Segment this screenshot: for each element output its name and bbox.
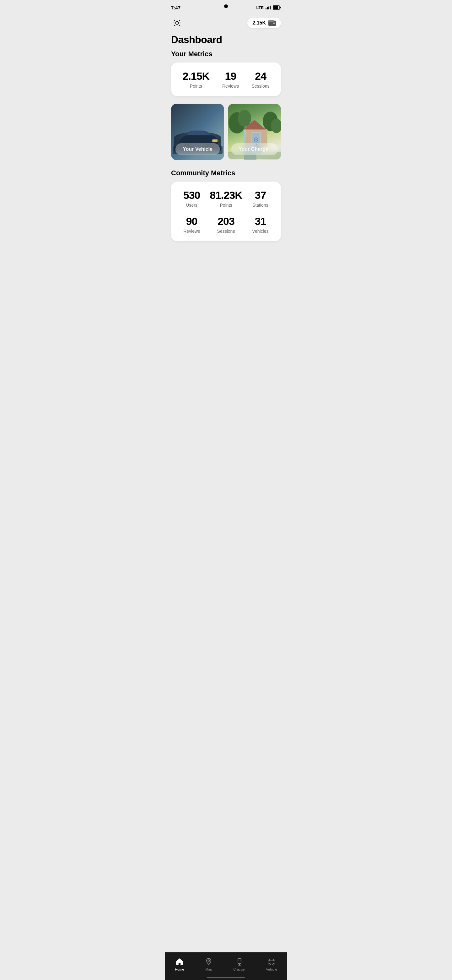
vehicle-nav-icon (267, 958, 276, 966)
status-icons: LTE (256, 5, 281, 10)
nav-map-label: Map (205, 967, 212, 971)
nav-map[interactable]: Map (199, 956, 218, 972)
battery-icon (273, 5, 281, 10)
wallet-icon (268, 20, 276, 26)
sessions-metric: 24 Sessions (252, 70, 270, 89)
community-points-label: Points (220, 203, 232, 208)
community-grid: 530 Users 81.23K Points 37 Stations 90 R… (176, 189, 276, 234)
svg-rect-16 (212, 140, 217, 142)
community-reviews-value: 90 (186, 215, 197, 228)
nav-charger-label: Charger (233, 967, 246, 971)
community-points: 81.23K Points (210, 189, 242, 208)
app-header: 2.15K (165, 14, 287, 34)
map-icon (205, 958, 213, 966)
community-sessions: 203 Sessions (210, 215, 242, 234)
svg-point-7 (176, 22, 179, 24)
vehicle-card-label: Your Vehicle (183, 146, 213, 152)
community-stations-label: Stations (252, 203, 268, 208)
svg-point-27 (255, 139, 257, 140)
signal-icon (266, 6, 271, 10)
community-metrics-title: Community Metrics (171, 169, 281, 177)
svg-rect-3 (270, 6, 271, 10)
svg-rect-6 (273, 6, 278, 9)
sessions-label: Sessions (252, 84, 270, 89)
your-metrics-section: Your Metrics 2.15K Points 19 Reviews 24 … (165, 48, 287, 101)
settings-button[interactable] (171, 17, 183, 29)
camera-notch (224, 5, 228, 8)
svg-rect-30 (238, 958, 241, 963)
community-sessions-value: 203 (217, 215, 235, 228)
status-time: 7:47 (171, 5, 181, 10)
reviews-metric: 19 Reviews (222, 70, 239, 89)
nav-home-label: Home (175, 967, 184, 971)
svg-rect-5 (280, 7, 281, 8)
community-stations: 37 Stations (245, 189, 276, 208)
your-metrics-title: Your Metrics (171, 50, 281, 58)
community-vehicles-value: 31 (255, 215, 266, 228)
community-users-value: 530 (183, 189, 200, 201)
charger-label-container: Your Charger (231, 143, 278, 155)
svg-rect-1 (267, 7, 268, 10)
reviews-value: 19 (225, 70, 236, 82)
svg-point-29 (208, 960, 209, 961)
community-points-value: 81.23K (210, 189, 242, 201)
points-badge[interactable]: 2.15K (247, 18, 281, 28)
svg-rect-9 (269, 21, 274, 22)
points-value: 2.15K (182, 70, 209, 82)
nav-charger[interactable]: Charger (228, 956, 251, 972)
charger-card-label: Your Charger (239, 146, 270, 152)
community-reviews: 90 Reviews (176, 215, 207, 234)
community-vehicles-label: Vehicles (252, 229, 268, 234)
sessions-value: 24 (255, 70, 266, 82)
community-stations-value: 37 (255, 189, 266, 201)
nav-vehicle[interactable]: Vehicle (261, 956, 282, 972)
community-sessions-label: Sessions (217, 229, 235, 234)
svg-rect-0 (266, 8, 266, 10)
community-users-label: Users (186, 203, 197, 208)
page-title: Dashboard (171, 34, 281, 46)
community-reviews-label: Reviews (183, 229, 200, 234)
home-icon (175, 958, 184, 966)
points-metric: 2.15K Points (182, 70, 209, 89)
home-indicator (207, 977, 245, 978)
your-metrics-card: 2.15K Points 19 Reviews 24 Sessions (171, 62, 281, 96)
your-charger-card[interactable]: Your Charger (228, 103, 281, 160)
vehicle-label-container: Your Vehicle (175, 143, 220, 155)
svg-rect-2 (268, 6, 269, 10)
community-users: 530 Users (176, 189, 207, 208)
reviews-label: Reviews (222, 84, 239, 89)
network-indicator: LTE (256, 5, 264, 10)
charger-nav-icon (235, 958, 244, 966)
points-badge-value: 2.15K (252, 20, 266, 26)
community-vehicles: 31 Vehicles (245, 215, 276, 234)
nav-vehicle-label: Vehicle (266, 967, 277, 971)
community-metrics-card: 530 Users 81.23K Points 37 Stations 90 R… (171, 181, 281, 241)
nav-home[interactable]: Home (170, 956, 189, 972)
bottom-navigation: Home Map Charger (165, 952, 287, 980)
points-label: Points (190, 84, 202, 89)
quick-access-cards: Your Vehicle (165, 101, 287, 167)
gear-icon (173, 19, 181, 27)
page-title-section: Dashboard (165, 34, 287, 48)
your-vehicle-card[interactable]: Your Vehicle (171, 103, 224, 160)
svg-point-10 (273, 22, 275, 24)
community-metrics-section: Community Metrics 530 Users 81.23K Point… (165, 167, 287, 246)
